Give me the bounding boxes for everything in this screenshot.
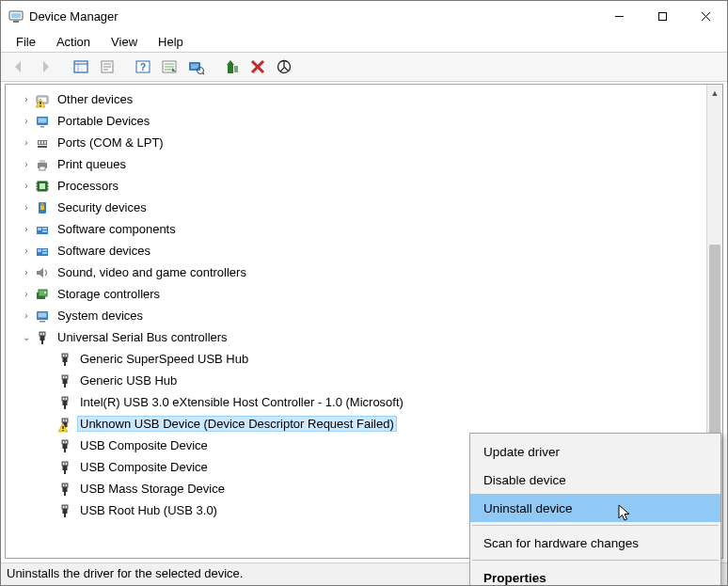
tree-item[interactable]: ›Processors (6, 175, 706, 197)
tree-item-label: Security devices (55, 199, 150, 215)
svg-rect-32 (40, 105, 40, 106)
tree-item-label: Portable Devices (55, 113, 152, 129)
expand-icon[interactable]: › (19, 267, 34, 277)
svg-rect-74 (63, 355, 64, 356)
expand-icon[interactable]: › (19, 94, 34, 104)
context-menu-item[interactable]: Disable device (470, 466, 720, 494)
svg-rect-101 (63, 463, 64, 465)
cpu-icon (34, 178, 51, 195)
show-hide-console-button[interactable] (69, 55, 93, 79)
svg-rect-111 (63, 506, 64, 508)
action-list-button[interactable] (157, 55, 182, 79)
svg-rect-105 (62, 483, 68, 487)
tree-item[interactable]: ›Print queues (6, 153, 706, 175)
tree-item-label: Software components (55, 221, 179, 237)
scroll-up-icon[interactable]: ▲ (707, 85, 722, 101)
tree-item[interactable]: ›Sound, video and game controllers (6, 261, 706, 283)
tree-item[interactable]: Unknown USB Device (Device Descriptor Re… (6, 413, 706, 435)
tree-item[interactable]: ›Ports (COM & LPT) (6, 132, 706, 153)
context-menu-item[interactable]: Update driver (470, 437, 720, 466)
tree-item[interactable]: Intel(R) USB 3.0 eXtensible Host Control… (6, 391, 706, 413)
uninstall-button[interactable] (245, 55, 270, 79)
svg-rect-56 (42, 228, 47, 230)
svg-rect-7 (74, 61, 87, 72)
svg-rect-79 (63, 376, 64, 378)
svg-rect-108 (63, 487, 68, 492)
usb-dev-icon (56, 416, 73, 433)
context-menu-item[interactable]: Uninstall device (470, 494, 720, 522)
software-dev-icon (34, 243, 51, 260)
context-menu-item[interactable]: Scan for hardware changes (470, 529, 720, 557)
tree-item[interactable]: ›Portable Devices (6, 110, 706, 132)
context-menu-separator (472, 560, 719, 561)
expand-icon[interactable]: › (19, 224, 34, 234)
maximize-button[interactable] (641, 1, 684, 31)
device-manager-icon (8, 8, 24, 24)
menu-action[interactable]: Action (49, 33, 98, 51)
scan-hardware-button[interactable] (183, 55, 208, 79)
usb-dev-icon (56, 351, 73, 368)
tree-item-label: Storage controllers (55, 286, 163, 302)
usb-dev-icon (56, 502, 73, 519)
tree-item[interactable]: ⌄Universal Serial Bus controllers (6, 326, 706, 348)
svg-rect-107 (66, 484, 67, 486)
title-bar: Device Manager (1, 1, 727, 31)
disable-button[interactable] (272, 55, 296, 79)
minimize-button[interactable] (597, 1, 641, 31)
svg-rect-93 (62, 426, 63, 429)
menu-view[interactable]: View (103, 33, 145, 51)
expand-icon[interactable]: › (19, 245, 34, 256)
port-icon (34, 135, 51, 151)
status-text: Uninstalls the driver for the selected d… (7, 566, 243, 580)
tree-item[interactable]: ›Storage controllers (6, 283, 706, 305)
expand-icon[interactable]: › (19, 116, 34, 126)
svg-rect-85 (66, 398, 67, 400)
tree-item[interactable]: Generic USB Hub (6, 370, 706, 391)
expand-icon[interactable]: › (19, 137, 34, 148)
tree-item-label: USB Composite Device (77, 437, 211, 453)
back-button[interactable] (7, 55, 31, 79)
svg-rect-45 (40, 183, 45, 189)
svg-rect-73 (62, 354, 68, 357)
svg-rect-57 (42, 230, 47, 232)
svg-rect-60 (42, 249, 47, 251)
properties-button[interactable] (95, 55, 119, 79)
close-button[interactable] (684, 1, 727, 31)
tree-item[interactable]: ›Other devices (6, 88, 706, 110)
menu-file[interactable]: File (8, 33, 43, 51)
expand-icon[interactable]: › (19, 289, 34, 299)
tree-item[interactable]: ›Security devices (6, 197, 706, 218)
svg-rect-35 (40, 126, 44, 128)
svg-rect-39 (44, 141, 46, 144)
context-menu: Update driverDisable deviceUninstall dev… (469, 433, 721, 586)
tree-item-label: Generic USB Hub (77, 372, 180, 388)
svg-rect-38 (41, 141, 43, 144)
expand-icon[interactable]: › (19, 181, 34, 191)
usb-dev-icon (56, 372, 73, 389)
expand-icon[interactable]: › (19, 159, 34, 169)
svg-text:?: ? (140, 62, 146, 72)
collapse-icon[interactable]: ⌄ (19, 332, 34, 342)
tree-item[interactable]: ›System devices (6, 305, 706, 326)
toolbar: ? (1, 52, 727, 82)
menu-bar: File Action View Help (1, 31, 727, 52)
expand-icon[interactable]: › (19, 202, 34, 213)
svg-rect-97 (66, 441, 67, 443)
forward-button[interactable] (33, 55, 57, 79)
tree-item[interactable]: Generic SuperSpeed USB Hub (6, 348, 706, 370)
context-menu-item[interactable]: Properties (470, 563, 720, 586)
tree-item-label: Software devices (55, 243, 153, 259)
scrollbar-thumb[interactable] (709, 245, 720, 451)
system-icon (34, 308, 51, 325)
svg-rect-68 (40, 332, 45, 336)
tree-item[interactable]: ›Software devices (6, 240, 706, 261)
update-driver-button[interactable] (219, 55, 244, 79)
svg-rect-25 (234, 66, 238, 72)
tree-item-label: Unknown USB Device (Device Descriptor Re… (77, 416, 397, 432)
tree-item[interactable]: ›Software components (6, 218, 706, 240)
svg-rect-94 (62, 430, 63, 431)
help-button[interactable]: ? (131, 55, 155, 79)
expand-icon[interactable]: › (19, 310, 34, 321)
menu-help[interactable]: Help (150, 33, 191, 51)
svg-rect-53 (40, 206, 44, 210)
